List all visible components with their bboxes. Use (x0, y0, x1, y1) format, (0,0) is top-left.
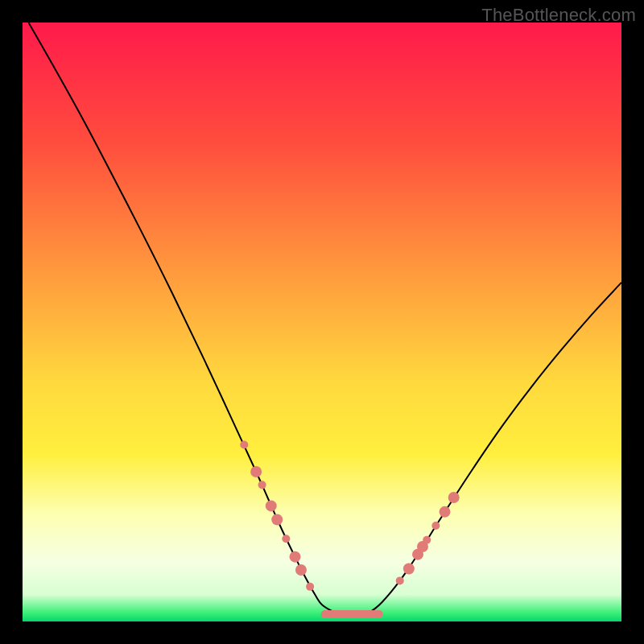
chart-container: TheBottleneck.com (0, 0, 644, 644)
chart-svg (23, 23, 621, 621)
curve-marker (440, 506, 451, 518)
curve-marker (306, 583, 314, 591)
curve-marker (295, 564, 307, 576)
curve-marker (290, 551, 301, 563)
curve-marker (266, 500, 277, 511)
bottleneck-curve (28, 23, 621, 616)
curve-marker (431, 522, 440, 530)
curve-marker (240, 441, 248, 449)
curve-marker (403, 564, 415, 575)
curve-markers (240, 441, 459, 615)
curve-marker (282, 535, 290, 543)
curve-marker (271, 514, 283, 526)
curve-marker (396, 576, 404, 584)
curve-marker (250, 466, 262, 477)
curve-marker (423, 536, 431, 544)
curve-marker (258, 481, 266, 489)
curve-marker (448, 492, 460, 503)
watermark-text: TheBottleneck.com (481, 5, 636, 26)
plot-area (23, 23, 621, 621)
